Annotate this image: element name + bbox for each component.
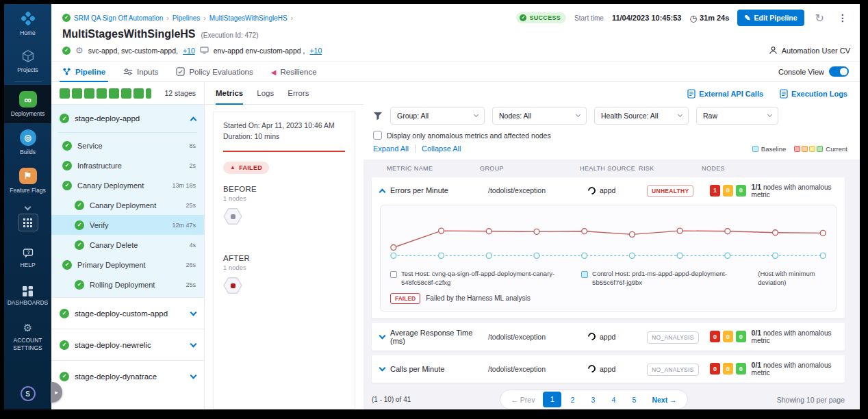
stages-progress: 12 stages [51,82,204,105]
step-verify[interactable]: Verify12m 47s [51,215,204,235]
tab-resilience[interactable]: Resilience [271,62,317,81]
sidebar-item-label: Projects [17,66,38,74]
health-source-filter-select[interactable]: Health Source: All [594,107,689,125]
page-button-2[interactable]: 2 [563,396,582,404]
raw-mode-select[interactable]: Raw [696,107,778,125]
page-button-5[interactable]: 5 [624,396,643,404]
sidebar-more-chevron-icon[interactable] [25,204,31,211]
environment-icon [200,47,209,54]
environments-list: env-appd env-custom-appd , [214,47,305,55]
filter-icon[interactable] [373,112,383,120]
success-check-icon [62,181,72,190]
tab-errors[interactable]: Errors [288,82,309,104]
nodes-filter-select[interactable]: Nodes: All [492,107,587,125]
chevron-down-icon [474,112,478,117]
metric-row-header[interactable]: Average Response Time (ms) /todolist/exc… [372,323,845,351]
stage-deploy-appd-header[interactable]: stage-deploy-appd [51,105,204,132]
user-avatar[interactable]: S [21,386,36,401]
warning-node-count: 0 [723,331,733,342]
stage-deploy-custom-appd[interactable]: stage-deploy-custom-appd [51,297,204,329]
appd-health-source-icon [587,364,598,374]
step-canary-delete[interactable]: Canary Delete4s [51,235,204,255]
services-more-link[interactable]: +10 [183,47,195,55]
page-header: SRM QA Sign Off Automation› Pipelines› M… [51,4,860,61]
group-filter-select[interactable]: Group: All [390,107,485,125]
chevron-up-icon[interactable] [379,188,386,195]
execution-logs-link[interactable]: Execution Logs [780,89,847,99]
test-host-label: Test Host: cvng-qa-sign-off-appd-deploym… [401,270,558,288]
prev-page-button[interactable]: ← Prev [504,396,541,404]
stage-deploy-dynatrace[interactable]: stage-deploy-dynatrace [51,360,204,392]
chevron-down-icon[interactable] [379,332,386,339]
failed-progress-bar [223,151,345,152]
verify-step-panel: Metrics Logs Errors Started On: Apr 11, … [205,82,363,409]
metric-row-errors-per-minute: Errors per Minute /todolist/exception ap… [372,177,845,318]
step-service[interactable]: Service8s [51,136,204,155]
risk-badge: NO_ANALYSIS [647,331,699,344]
step-canary-deployment[interactable]: Canary Deployment13m 18s [51,175,204,195]
projects-icon [21,49,36,64]
verify-duration: Duration: 10 mins [223,131,345,142]
min-deviation-note: (Host with minimum deviation) [758,270,826,288]
chevron-down-icon[interactable] [379,364,386,371]
sidebar-item-account-settings[interactable]: ACCOUNT SETTINGS [4,316,51,357]
page-button-4[interactable]: 4 [604,396,623,404]
metric-row-header[interactable]: Calls per Minute /todolist/exception app… [372,355,845,383]
risk-badge: NO_ANALYSIS [647,364,699,376]
environments-more-link[interactable]: +10 [309,47,322,55]
stage-progress-block [109,88,119,99]
tab-inputs[interactable]: Inputs [123,62,158,81]
test-host-checkbox[interactable] [390,271,397,278]
step-infrastructure[interactable]: Infrastructure2s [51,155,204,175]
pipeline-tabbar: Pipeline Inputs Policy Evaluations Resil… [51,61,860,82]
sidebar-item-help[interactable]: ? HELP [4,242,51,275]
sidebar-item-deployments[interactable]: ∞ Deployments [4,85,51,123]
console-view-toggle[interactable] [829,66,849,77]
step-canary-deployment-child[interactable]: Canary Deployment25s [51,195,204,215]
breadcrumb-project[interactable]: SRM QA Sign Off Automation [74,14,163,22]
metric-row-header[interactable]: Errors per Minute /todolist/exception ap… [372,177,845,203]
after-node-hexagon[interactable] [223,277,242,294]
app-window: Home Projects ∞ Deployments ◎ Builds ⚑ F… [4,4,860,409]
breadcrumb-pipelines[interactable]: Pipelines [173,14,201,22]
collapse-all-link[interactable]: Collapse All [422,144,461,153]
step-primary-deployment[interactable]: Primary Deployment26s [51,255,204,275]
next-page-button[interactable]: Next → [645,396,683,404]
before-node-count: 1 nodes [223,194,345,202]
refresh-button[interactable] [813,10,827,26]
metric-row-calls-per-minute: Calls per Minute /todolist/exception app… [372,355,845,383]
sidebar-item-builds[interactable]: ◎ Builds [4,123,51,162]
tab-metrics[interactable]: Metrics [216,82,243,104]
expand-all-link[interactable]: Expand All [373,144,409,153]
tab-pipeline[interactable]: Pipeline [62,62,105,81]
external-api-calls-link[interactable]: External API Calls [687,89,763,99]
edit-pipeline-button[interactable]: Edit Pipeline [737,10,804,26]
breadcrumb-pipeline[interactable]: MultiStagesWithSingleHS [209,14,288,22]
anomalous-only-label: Display only anomalous metrics and affec… [387,131,551,140]
before-node-hexagon[interactable] [223,208,242,225]
sidebar-item-projects[interactable]: Projects [4,42,51,79]
sidebar-item-feature-flags[interactable]: ⚑ Feature Flags [4,162,51,200]
module-selector-button[interactable] [18,214,38,231]
stage-progress-block [97,88,107,99]
page-button-3[interactable]: 3 [583,396,602,404]
healthy-node-count: 0 [736,185,746,196]
sidebar-item-dashboards[interactable]: DASHBOARDS [4,280,51,312]
anomalous-node-count: 0 [710,331,720,342]
stage-deploy-newrelic[interactable]: stage-deploy-newrelic [51,329,204,360]
appd-health-source-icon [587,185,598,196]
anomalous-node-count: 1 [710,185,720,196]
more-options-button[interactable] [835,11,850,25]
step-rolling-deployment[interactable]: Rolling Deployment25s [51,275,204,294]
anomalous-node-count: 0 [710,363,720,374]
anomalous-only-checkbox[interactable] [373,131,382,140]
tab-policy-evaluations[interactable]: Policy Evaluations [176,62,253,81]
stage-group-expanded: stage-deploy-appd Service8s Infrastructu… [51,105,204,297]
api-document-icon [687,89,695,99]
page-button-1[interactable]: 1 [543,392,561,407]
control-host-checkbox[interactable] [581,271,588,278]
builds-icon: ◎ [20,129,36,146]
chart-legend: Baseline Current [752,145,847,153]
tab-logs[interactable]: Logs [257,82,274,104]
sidebar-item-home[interactable]: Home [4,4,51,42]
